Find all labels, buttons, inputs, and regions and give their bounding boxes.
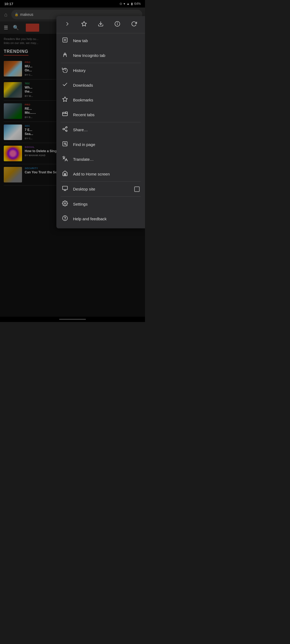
- share-item[interactable]: Share…: [56, 122, 145, 137]
- svg-point-8: [64, 53, 66, 55]
- svg-point-21: [64, 143, 66, 144]
- add-home-icon: [62, 170, 68, 178]
- settings-icon: [62, 200, 68, 208]
- new-incognito-tab-label: New Incognito tab: [73, 53, 140, 58]
- translate-label: Translate…: [73, 157, 140, 162]
- svg-point-29: [63, 216, 67, 221]
- downloads-item[interactable]: Downloads: [56, 78, 145, 93]
- reload-button[interactable]: [129, 19, 139, 30]
- recent-tabs-label: Recent tabs: [73, 112, 140, 117]
- svg-line-19: [64, 128, 66, 129]
- downloads-icon: [62, 82, 68, 89]
- desktop-site-item[interactable]: Desktop site: [56, 182, 145, 196]
- add-to-home-screen-item[interactable]: Add to Home screen: [56, 167, 145, 181]
- svg-rect-14: [66, 112, 67, 114]
- bookmark-star-button[interactable]: [79, 19, 89, 30]
- svg-point-28: [64, 203, 66, 204]
- svg-point-10: [66, 54, 67, 55]
- download-toolbar-button[interactable]: [96, 19, 106, 30]
- svg-marker-0: [82, 21, 86, 26]
- help-icon: [62, 215, 68, 222]
- find-icon: [62, 141, 68, 148]
- bookmarks-icon: [62, 96, 68, 104]
- svg-line-18: [64, 129, 66, 130]
- svg-rect-20: [63, 142, 67, 146]
- svg-marker-11: [63, 97, 67, 101]
- info-button[interactable]: [112, 19, 122, 30]
- bookmarks-item[interactable]: Bookmarks: [56, 93, 145, 107]
- add-to-home-screen-label: Add to Home screen: [73, 172, 140, 176]
- menu-toolbar-row: [56, 16, 145, 33]
- recent-tabs-icon: [62, 111, 68, 118]
- find-in-page-item[interactable]: Find in page: [56, 137, 145, 152]
- new-tab-icon: [62, 37, 68, 44]
- downloads-label: Downloads: [73, 83, 140, 87]
- settings-label: Settings: [73, 202, 140, 206]
- svg-line-22: [66, 144, 67, 145]
- share-icon: [62, 126, 68, 133]
- forward-button[interactable]: [62, 19, 73, 30]
- incognito-icon: [62, 52, 68, 59]
- desktop-icon: [62, 185, 68, 193]
- history-icon: [62, 67, 68, 74]
- chrome-menu: New tab New Incognito tab History Downlo…: [56, 16, 145, 228]
- desktop-site-label: Desktop site: [73, 187, 129, 191]
- share-label: Share…: [73, 127, 140, 132]
- desktop-site-checkbox[interactable]: [134, 186, 140, 192]
- svg-rect-25: [63, 186, 67, 190]
- new-tab-label: New tab: [73, 38, 140, 43]
- recent-tabs-item[interactable]: Recent tabs: [56, 107, 145, 122]
- settings-item[interactable]: Settings: [56, 197, 145, 211]
- new-tab-item[interactable]: New tab: [56, 33, 145, 48]
- translate-icon: [62, 156, 68, 163]
- help-feedback-label: Help and feedback: [73, 217, 140, 221]
- translate-item[interactable]: Translate…: [56, 152, 145, 167]
- new-incognito-tab-item[interactable]: New Incognito tab: [56, 48, 145, 63]
- bookmarks-label: Bookmarks: [73, 98, 140, 102]
- help-feedback-item[interactable]: Help and feedback: [56, 211, 145, 226]
- find-in-page-label: Find in page: [73, 142, 140, 147]
- history-item[interactable]: History: [56, 63, 145, 78]
- history-label: History: [73, 68, 140, 73]
- svg-point-9: [63, 54, 64, 55]
